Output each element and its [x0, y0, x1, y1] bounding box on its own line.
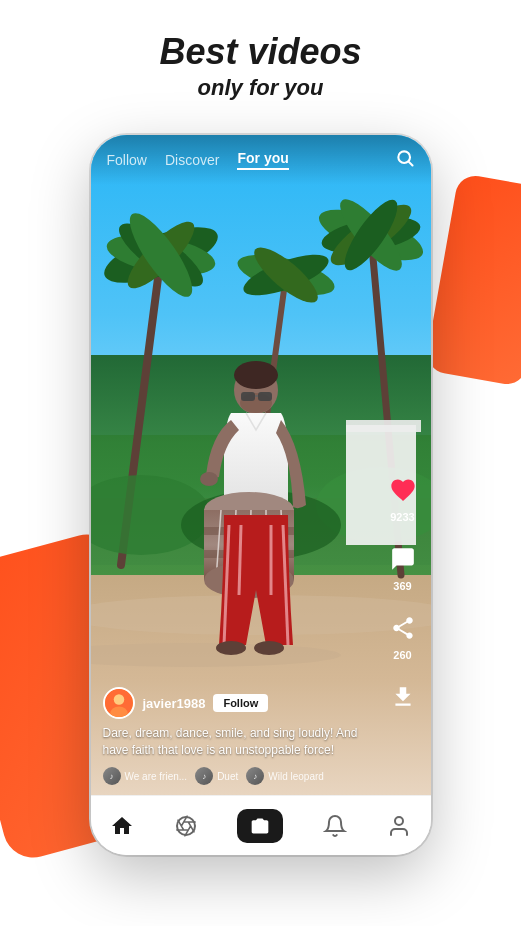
user-row: javier1988 Follow — [103, 687, 376, 719]
download-action[interactable] — [385, 679, 421, 715]
like-action[interactable]: 9233 — [385, 472, 421, 523]
user-avatar — [103, 687, 135, 719]
nav-notifications-button[interactable] — [323, 814, 347, 838]
svg-rect-29 — [241, 392, 255, 401]
svg-point-27 — [234, 361, 278, 389]
sound-label-3: Wild leopard — [268, 771, 324, 782]
share-action[interactable]: 260 — [385, 610, 421, 661]
like-count: 9233 — [390, 511, 414, 523]
nav-tab-for-you[interactable]: For you — [237, 150, 288, 170]
sound-row: ♪ We are frien... ♪ Duet ♪ Wild leopard — [103, 767, 376, 785]
page-subtitle: only for you — [0, 73, 521, 104]
search-icon[interactable] — [395, 148, 415, 173]
share-icon[interactable] — [385, 610, 421, 646]
sound-disc-1: ♪ — [103, 767, 121, 785]
nav-profile-button[interactable] — [387, 814, 411, 838]
sound-disc-3: ♪ — [246, 767, 264, 785]
right-actions: 9233 369 260 — [385, 472, 421, 715]
sound-disc-2: ♪ — [195, 767, 213, 785]
follow-button[interactable]: Follow — [213, 694, 268, 712]
svg-point-48 — [254, 641, 284, 655]
sound-item-3[interactable]: ♪ Wild leopard — [246, 767, 324, 785]
svg-rect-25 — [346, 420, 421, 432]
share-count: 260 — [393, 649, 411, 661]
bottom-info: javier1988 Follow Dare, dream, dance, sm… — [103, 687, 376, 785]
bg-decoration-right — [424, 173, 521, 387]
header-section: Best videos only for you — [0, 30, 521, 104]
page-title: Best videos — [0, 30, 521, 73]
nav-tab-discover[interactable]: Discover — [165, 152, 219, 168]
nav-tabs: Follow Discover For you — [107, 150, 289, 170]
video-description: Dare, dream, dance, smile, and sing loud… — [103, 725, 376, 759]
sound-label-2: Duet — [217, 771, 238, 782]
nav-explore-button[interactable] — [174, 814, 198, 838]
nav-tab-follow[interactable]: Follow — [107, 152, 147, 168]
svg-point-55 — [395, 817, 403, 825]
svg-point-54 — [177, 817, 195, 835]
comment-icon[interactable] — [385, 541, 421, 577]
comment-action[interactable]: 369 — [385, 541, 421, 592]
heart-icon[interactable] — [385, 472, 421, 508]
sound-item-2[interactable]: ♪ Duet — [195, 767, 238, 785]
svg-point-47 — [216, 641, 246, 655]
svg-point-32 — [200, 472, 218, 486]
download-icon[interactable] — [385, 679, 421, 715]
nav-home-button[interactable] — [110, 814, 134, 838]
svg-line-50 — [408, 161, 412, 165]
svg-point-52 — [113, 695, 124, 706]
username: javier1988 — [143, 696, 206, 711]
sound-item-1[interactable]: ♪ We are frien... — [103, 767, 188, 785]
svg-line-44 — [239, 525, 241, 595]
svg-rect-30 — [258, 392, 272, 401]
nav-camera-button[interactable] — [237, 809, 283, 843]
phone-mockup: Follow Discover For you 9233 — [91, 135, 431, 855]
app-nav: Follow Discover For you — [91, 135, 431, 185]
bottom-nav — [91, 795, 431, 855]
sound-label-1: We are frien... — [125, 771, 188, 782]
comment-count: 369 — [393, 580, 411, 592]
